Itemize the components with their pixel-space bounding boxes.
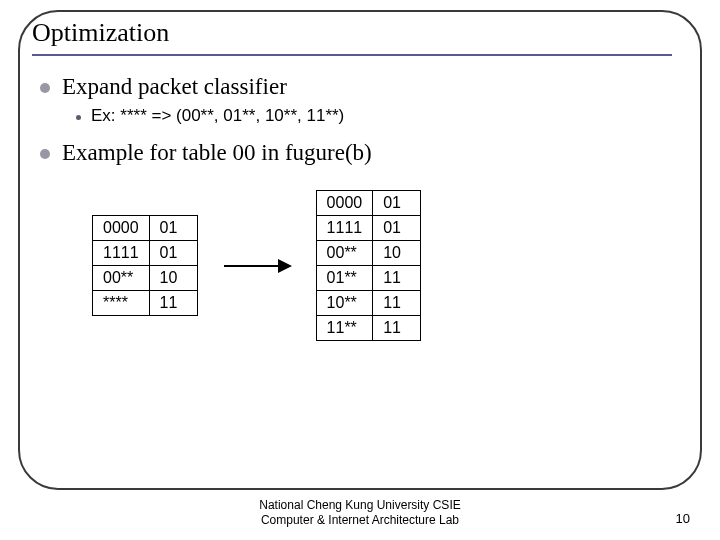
table-cell: 0000 (93, 216, 150, 241)
sub-bullet-icon (76, 115, 81, 120)
table-cell: 01 (373, 191, 421, 216)
footer-line-1: National Cheng Kung University CSIE (0, 498, 720, 513)
sub-bullet-item: Ex: **** => (00**, 01**, 10**, 11**) (76, 106, 688, 126)
table-row: ****11 (93, 291, 198, 316)
slide-title: Optimization (32, 18, 688, 48)
table-cell: 00** (93, 266, 150, 291)
arrow-icon (222, 254, 292, 278)
title-underline (32, 54, 672, 56)
table-cell: 01 (149, 216, 197, 241)
table-cell: **** (93, 291, 150, 316)
sub-bullet-text: Ex: **** => (00**, 01**, 10**, 11**) (91, 106, 344, 126)
table-cell: 11 (149, 291, 197, 316)
table-row: 111101 (93, 241, 198, 266)
page-number: 10 (676, 511, 690, 526)
table-row: 10**11 (316, 291, 421, 316)
table-cell: 1111 (93, 241, 150, 266)
table-row: 11**11 (316, 316, 421, 341)
table-row: 00**10 (316, 241, 421, 266)
table-row: 00**10 (93, 266, 198, 291)
bullet-text: Example for table 00 in fugure(b) (62, 140, 372, 166)
table-cell: 01 (149, 241, 197, 266)
table-cell: 11** (316, 316, 373, 341)
footer: National Cheng Kung University CSIE Comp… (0, 498, 720, 528)
table-left: 00000111110100**10****11 (92, 215, 198, 316)
bullet-text: Expand packet classifier (62, 74, 287, 100)
bullet-item: Example for table 00 in fugure(b) (40, 140, 688, 166)
table-cell: 10 (373, 241, 421, 266)
table-row: 000001 (93, 216, 198, 241)
table-cell: 01 (373, 216, 421, 241)
table-row: 111101 (316, 216, 421, 241)
table-cell: 10** (316, 291, 373, 316)
table-cell: 1111 (316, 216, 373, 241)
svg-marker-1 (278, 259, 292, 273)
table-right: 00000111110100**1001**1110**1111**11 (316, 190, 422, 341)
table-cell: 0000 (316, 191, 373, 216)
tables-container: 00000111110100**10****11 00000111110100*… (92, 190, 688, 341)
table-cell: 10 (149, 266, 197, 291)
table-cell: 11 (373, 316, 421, 341)
bullet-item: Expand packet classifier (40, 74, 688, 100)
bullet-icon (40, 83, 50, 93)
bullet-icon (40, 149, 50, 159)
table-cell: 01** (316, 266, 373, 291)
table-row: 01**11 (316, 266, 421, 291)
table-cell: 11 (373, 291, 421, 316)
table-cell: 00** (316, 241, 373, 266)
table-cell: 11 (373, 266, 421, 291)
slide-content: Optimization Expand packet classifier Ex… (32, 18, 688, 480)
footer-line-2: Computer & Internet Architecture Lab (0, 513, 720, 528)
table-row: 000001 (316, 191, 421, 216)
